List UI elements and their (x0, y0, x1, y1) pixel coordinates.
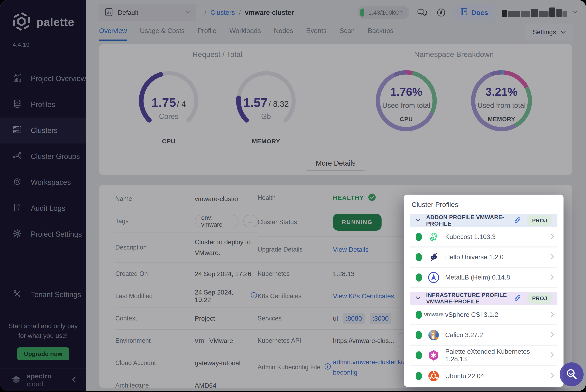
chevron-right-icon (550, 311, 555, 319)
link-icon[interactable] (514, 216, 521, 224)
chevron-right-icon (550, 233, 555, 241)
chevron-right-icon (550, 372, 555, 380)
ubuntu-icon (427, 370, 440, 382)
chevron-right-icon (550, 331, 555, 339)
metallb-icon (427, 272, 440, 283)
hello-universe-icon (427, 251, 440, 263)
profile-layer-metallb[interactable]: MetalLB (Helm) 0.14.8 (410, 268, 558, 288)
project-scope-badge: PROJ (527, 216, 552, 226)
status-dot-icon (416, 331, 422, 339)
cluster-profiles-title: Cluster Profiles (412, 201, 558, 208)
palette-app-window: palette 4.4.19 Project Overview (0, 0, 586, 391)
status-dot-icon (416, 253, 422, 261)
chevron-down-icon (415, 296, 421, 301)
profile-layer-vsphere-csi[interactable]: vmware vSphere CSI 3.1.2 (410, 305, 558, 325)
vmware-wordmark-icon: vmware (427, 309, 440, 321)
profile-layer-palette-extended-kubernetes[interactable]: Palette eXtended Kubernetes 1.28.13 (410, 346, 558, 366)
chevron-right-icon (550, 351, 555, 359)
chevron-down-icon (415, 218, 421, 223)
profile-layer-kubecost[interactable]: Kubecost 1.103.3 (410, 227, 558, 248)
profile-layer-ubuntu[interactable]: Ubuntu 22.04 (410, 366, 558, 386)
status-dot-icon (416, 372, 422, 380)
magnifier-smile-icon (565, 368, 578, 382)
chevron-right-icon (550, 274, 555, 282)
chevron-right-icon (550, 253, 555, 261)
cluster-profiles-panel: Cluster Profiles ADDON PROFILE VMWARE-PR… (404, 194, 564, 387)
profile-layer-hello-universe[interactable]: Hello Universe 1.2.0 (410, 248, 558, 268)
assistant-search-fab[interactable] (560, 362, 584, 386)
project-scope-badge: PROJ (527, 293, 552, 304)
status-dot-icon (416, 233, 422, 241)
pxk-hexagon-icon (427, 350, 440, 361)
status-dot-icon (416, 274, 422, 282)
infrastructure-profile-header[interactable]: INFRASTRUCTURE PROFILE VMWARE-PROFILE PR… (410, 292, 558, 305)
addon-profile-header[interactable]: ADDON PROFILE VMWARE-PROFILE PROJ (410, 214, 558, 227)
profile-layer-calico[interactable]: Calico 3.27.2 (410, 325, 558, 346)
calico-cat-icon (427, 329, 440, 341)
link-icon[interactable] (514, 294, 521, 302)
status-dot-icon (416, 311, 422, 319)
status-dot-icon (416, 351, 422, 359)
kubecost-icon (427, 231, 440, 243)
